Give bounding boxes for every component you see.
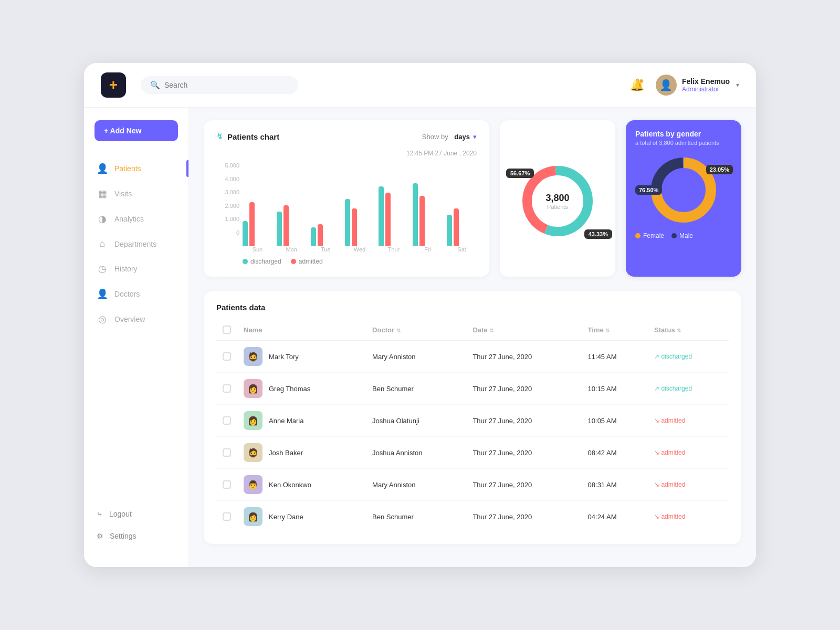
sidebar: + Add New 👤 Patients ▦ Visits ◑ Analytic…	[84, 108, 189, 567]
legend-discharged: discharged	[243, 258, 281, 265]
row-checkbox-cell	[216, 469, 237, 501]
col-doctor[interactable]: Doctor ⇅	[366, 321, 466, 341]
patient-date: Thur 27 June, 2020	[466, 469, 581, 501]
patient-doctor: Ben Schumer	[366, 373, 466, 405]
bar-day-label: Sun	[243, 246, 272, 253]
sidebar-item-visits[interactable]: ▦ Visits	[84, 181, 188, 206]
row-checkbox[interactable]	[223, 480, 231, 489]
sidebar-item-label: Analytics	[114, 215, 144, 223]
patient-doctor: Ben Schumer	[366, 501, 466, 533]
chart-icon: ↯	[216, 132, 223, 141]
patient-avatar: 👩	[244, 507, 262, 526]
bar-group-Thur	[379, 173, 408, 246]
admitted-badge: 43.33%	[584, 229, 612, 239]
patient-status: ↘ admitted	[648, 469, 729, 501]
discharged-bar	[447, 215, 452, 246]
settings-button[interactable]: ⚙ Settings	[97, 526, 176, 546]
bar-day-label: Fri	[413, 246, 443, 253]
patient-time: 08:31 AM	[582, 469, 648, 501]
discharged-bar	[243, 221, 248, 246]
admitted-bar	[318, 224, 323, 246]
donut-section: 3,800 Patients 56.67% 43.33%	[516, 159, 600, 243]
patient-status: ↗ discharged	[648, 373, 729, 405]
patient-name: Mark Tory	[269, 353, 299, 361]
row-checkbox[interactable]	[223, 352, 231, 361]
discharged-bar	[277, 212, 282, 246]
show-by-chevron[interactable]: ▾	[473, 133, 477, 141]
sidebar-item-history[interactable]: ◷ History	[84, 256, 188, 281]
patients-table: Name Doctor ⇅ Date ⇅ Time ⇅ Status ⇅ 🧔	[216, 321, 729, 532]
sidebar-item-patients[interactable]: 👤 Patients	[84, 156, 188, 181]
logout-label: Logout	[109, 510, 132, 518]
row-checkbox-cell	[216, 501, 237, 533]
row-checkbox-cell	[216, 405, 237, 437]
avatar: 👤	[656, 75, 677, 96]
row-checkbox[interactable]	[223, 512, 231, 521]
patient-name-cell: 🧔 Mark Tory	[237, 341, 366, 373]
status-badge: ↘ admitted	[654, 449, 722, 456]
notification-button[interactable]: 🔔	[630, 78, 644, 92]
table-row: 🧔 Mark Tory Mary Anniston Thur 27 June, …	[216, 341, 729, 373]
row-checkbox[interactable]	[223, 448, 231, 457]
bar-group-Wed	[345, 173, 375, 246]
sidebar-item-analytics[interactable]: ◑ Analytics	[84, 206, 188, 232]
bar-group-Sat	[447, 173, 477, 246]
search-input[interactable]	[164, 81, 289, 89]
patients-data-card: Patients data Name Doctor ⇅ Date ⇅ Time …	[204, 291, 741, 544]
patient-date: Thur 27 June, 2020	[466, 437, 581, 469]
row-checkbox[interactable]	[223, 416, 231, 425]
y-axis: 5,000 4,000 3,000 2,000 1,000 0	[216, 162, 239, 236]
discharged-badge: 56.67%	[506, 169, 534, 178]
add-new-button[interactable]: + Add New	[94, 120, 178, 141]
patient-avatar: 🧔	[244, 443, 262, 462]
col-date[interactable]: Date ⇅	[466, 321, 581, 341]
col-time[interactable]: Time ⇅	[582, 321, 648, 341]
patient-status: ↘ admitted	[648, 501, 729, 533]
history-icon: ◷	[97, 263, 108, 275]
chart-timestamp: 12:45 PM 27 June , 2020	[216, 150, 477, 157]
logo-icon: +	[109, 78, 118, 92]
visits-icon: ▦	[97, 188, 108, 200]
col-status[interactable]: Status ⇅	[648, 321, 729, 341]
chart-title: ↯ Patients chart	[216, 132, 279, 141]
sidebar-item-doctors[interactable]: 👤 Doctors	[84, 281, 188, 307]
patient-time: 10:15 AM	[582, 373, 648, 405]
patient-date: Thur 27 June, 2020	[466, 341, 581, 373]
sidebar-item-departments[interactable]: ⌂ Departments	[84, 232, 188, 256]
header-checkbox[interactable]	[223, 326, 231, 334]
main-content: ↯ Patients chart Show by days ▾ 12:45 PM…	[189, 108, 756, 567]
sidebar-bottom: ⤷ Logout ⚙ Settings	[84, 496, 188, 554]
bar-day-label: Thur	[379, 246, 408, 253]
status-badge: ↘ admitted	[654, 417, 722, 424]
header: + 🔍 🔔 👤 Felix Enemuo Administrator ▾	[84, 63, 756, 108]
table-row: 👩 Anne Maria Joshua Olatunji Thur 27 Jun…	[216, 405, 729, 437]
patient-time: 04:24 AM	[582, 501, 648, 533]
patient-name: Josh Baker	[269, 449, 303, 457]
patient-doctor: Joshua Anniston	[366, 437, 466, 469]
row-checkbox[interactable]	[223, 384, 231, 393]
logo: +	[101, 72, 126, 98]
app-container: + 🔍 🔔 👤 Felix Enemuo Administrator ▾	[84, 63, 756, 567]
sidebar-item-overview[interactable]: ◎ Overview	[84, 307, 188, 332]
patient-name: Kerry Dane	[269, 513, 303, 521]
body-layout: + Add New 👤 Patients ▦ Visits ◑ Analytic…	[84, 108, 756, 567]
patients-chart-card: ↯ Patients chart Show by days ▾ 12:45 PM…	[204, 120, 489, 277]
male-badge: 23.05%	[706, 165, 733, 174]
table-title: Patients data	[216, 303, 729, 312]
admitted-bar	[385, 193, 391, 246]
departments-icon: ⌂	[97, 238, 108, 249]
patient-name-cell: 👩 Greg Thomas	[237, 373, 366, 405]
gender-donut-section: 76.50% 23.05%	[635, 153, 732, 227]
status-badge: ↘ admitted	[654, 513, 722, 520]
user-profile[interactable]: 👤 Felix Enemuo Administrator ▾	[656, 75, 739, 96]
bar-group-Tue	[311, 173, 341, 246]
patients-icon: 👤	[97, 163, 108, 174]
notification-dot	[639, 79, 644, 83]
gender-card-sub: a total of 3,800 admitted patients	[635, 140, 719, 146]
logout-button[interactable]: ⤷ Logout	[97, 504, 176, 524]
patient-date: Thur 27 June, 2020	[466, 373, 581, 405]
patient-avatar: 👩	[244, 379, 262, 398]
bar-group-Mon	[277, 173, 307, 246]
patient-status: ↘ admitted	[648, 405, 729, 437]
bar-day-label: Sat	[447, 246, 477, 253]
